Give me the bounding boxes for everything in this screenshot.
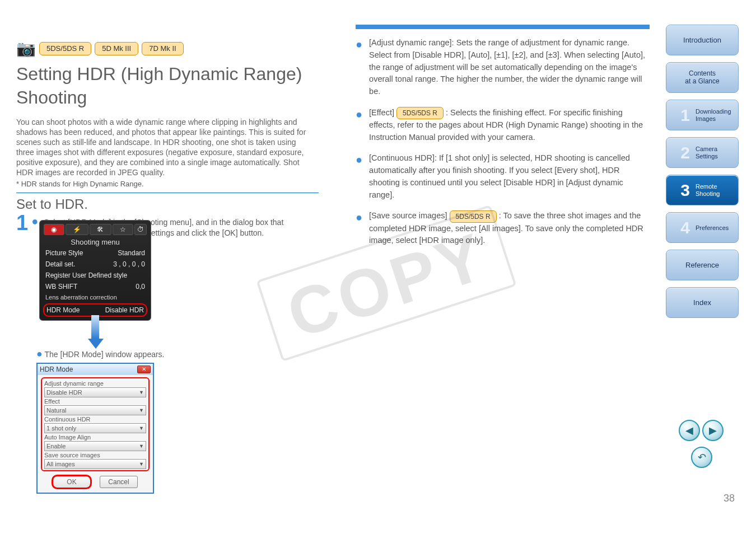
hdr-note: * HDR stands for High Dynamic Range.	[16, 180, 310, 188]
right-bullet-save: ● [Save source images] 5DS/5DS R : To sa…	[356, 210, 650, 247]
save-source-images-select[interactable]: All images▼	[44, 459, 146, 469]
menu-row-value: Disable HDR	[105, 306, 144, 314]
menu-tab-tools-icon[interactable]: 🛠	[90, 224, 111, 235]
close-icon[interactable]: ✕	[137, 366, 151, 373]
section-title-line1: Setting HDR (High Dynamic Range)	[16, 64, 302, 85]
menu-row-lens-aberration[interactable]: Lens aberration correction	[43, 292, 147, 302]
nav-3-remote-shooting[interactable]: 3 RemoteShooting	[666, 175, 739, 205]
step-result: ● The [HDR Mode] window appears.	[36, 349, 165, 359]
menu-row-value: Standard	[118, 249, 145, 257]
menu-row-hdr-mode[interactable]: HDR Mode Disable HDR	[44, 305, 146, 316]
nav-4-preferences[interactable]: 4 Preferences	[666, 212, 739, 243]
shooting-menu-label: Shooting menu	[43, 237, 147, 247]
menu-row-register-style[interactable]: Register User Defined style	[43, 270, 147, 281]
menu-row-detail-set[interactable]: Detail set. 3 , 0 , 0 , 0	[43, 259, 147, 270]
save-source-label: Save source images	[44, 452, 146, 458]
down-arrow-icon	[88, 315, 102, 349]
section-title-line2: Shooting	[16, 87, 87, 108]
nav-index[interactable]: Index	[666, 287, 739, 318]
pill-7dmk2: 7D Mk II	[142, 42, 183, 55]
step-heading: Set to HDR.	[16, 196, 310, 212]
menu-row-picture-style[interactable]: Picture Style Standard	[43, 247, 147, 259]
chevron-down-icon: ▼	[139, 407, 144, 413]
hdr-mode-dialog: HDR Mode ✕ Adjust dynamic range Disable …	[36, 363, 154, 494]
prev-page-button[interactable]: ◀	[679, 420, 700, 441]
right-bullet-continuous: ● [Continuous HDR]: If [1 shot only] is …	[356, 152, 650, 201]
bullet-icon: ●	[356, 39, 362, 98]
bullet-icon: ●	[356, 212, 362, 247]
pill-5ds-inline: 5DS/5DS R	[450, 210, 497, 223]
menu-row-value: 0,0	[136, 283, 145, 291]
menu-row-label: WB SHIFT	[45, 283, 77, 291]
menu-row-label: Detail set.	[45, 260, 75, 268]
chevron-down-icon: ▼	[139, 443, 144, 449]
pill-5ds-inline: 5DS/5DS R	[396, 107, 444, 119]
bullet-icon: ●	[356, 154, 362, 201]
cancel-button[interactable]: Cancel	[100, 476, 138, 488]
page-number: 38	[724, 493, 735, 504]
adjust-dynamic-range-select[interactable]: Disable HDR▼	[44, 387, 146, 397]
chevron-down-icon: ▼	[139, 461, 144, 467]
menu-row-label: Lens aberration correction	[45, 294, 117, 301]
next-page-button[interactable]: ▶	[702, 420, 724, 441]
continuous-hdr-select[interactable]: 1 shot only▼	[44, 423, 146, 433]
continuous-hdr-label: Continuous HDR	[44, 416, 146, 423]
nav-1-downloading[interactable]: 1 DownloadingImages	[666, 100, 739, 130]
back-button[interactable]: ↶	[691, 447, 712, 468]
bar-divider	[356, 25, 650, 29]
step-number: 1	[16, 212, 28, 233]
menu-row-label: HDR Mode	[46, 306, 80, 314]
select-value: Natural	[46, 407, 66, 414]
menu-tab-timer-icon[interactable]: ⏱	[134, 224, 147, 235]
auto-align-label: Auto Image Align	[44, 434, 146, 441]
menu-row-wb-shift[interactable]: WB SHIFT 0,0	[43, 281, 147, 292]
chevron-down-icon: ▼	[139, 425, 144, 431]
auto-image-align-select[interactable]: Enable▼	[44, 441, 146, 451]
chevron-down-icon: ▼	[139, 390, 144, 395]
select-value: 1 shot only	[46, 425, 76, 432]
menu-row-label: Picture Style	[45, 249, 83, 257]
intro-paragraph: You can shoot photos with a wide dynamic…	[16, 118, 310, 177]
shooting-menu: ◉ ⚡ 🛠 ☆ ⏱ Shooting menu Picture Style St…	[39, 220, 151, 321]
adjust-label: Adjust dynamic range	[44, 380, 146, 387]
menu-tab-flash-icon[interactable]: ⚡	[66, 224, 89, 235]
select-value: Disable HDR	[46, 389, 82, 396]
nav-2-camera-settings[interactable]: 2 CameraSettings	[666, 137, 739, 168]
select-value: All images	[46, 461, 75, 467]
menu-row-value: 3 , 0 , 0 , 0	[113, 260, 145, 268]
nav-introduction[interactable]: Introduction	[666, 25, 739, 55]
dialog-title: HDR Mode	[40, 366, 73, 373]
pill-5ds: 5DS/5DS R	[39, 42, 91, 55]
bullet-icon: ●	[31, 216, 38, 227]
nav-reference[interactable]: Reference	[666, 250, 739, 280]
menu-tab-star-icon[interactable]: ☆	[113, 224, 134, 235]
pill-5dmk3: 5D Mk III	[95, 42, 138, 55]
bullet-icon: ●	[356, 109, 362, 144]
camera-icon: 📷	[16, 41, 36, 57]
ok-button[interactable]: OK	[53, 476, 91, 488]
nav-contents[interactable]: Contentsat a Glance	[666, 62, 739, 93]
section-divider	[16, 193, 319, 193]
effect-select[interactable]: Natural▼	[44, 405, 146, 415]
select-value: Enable	[46, 443, 66, 449]
menu-tab-camera-icon[interactable]: ◉	[44, 224, 64, 235]
right-bullet-adjust: ● [Adjust dynamic range]: Sets the range…	[356, 37, 650, 98]
effect-label: Effect	[44, 398, 146, 405]
menu-row-label: Register User Defined style	[45, 271, 127, 279]
right-bullet-effect: ● [Effect] 5DS/5DS R : Selects the finis…	[356, 107, 650, 144]
